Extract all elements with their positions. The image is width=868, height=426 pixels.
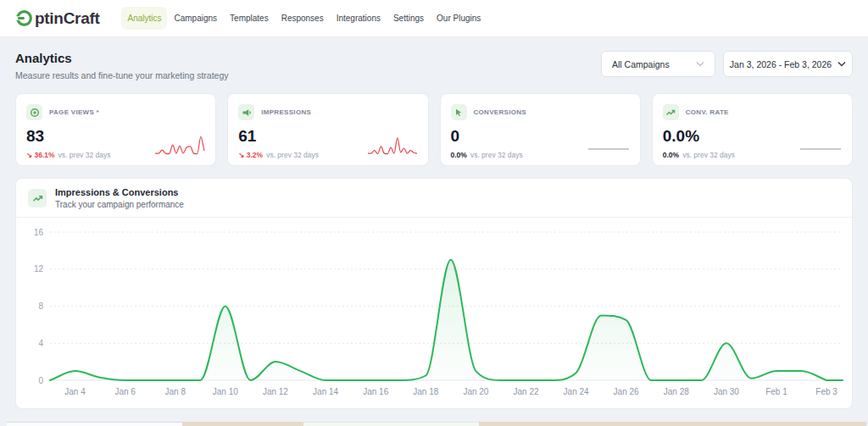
nav-item-templates[interactable]: Templates — [224, 7, 275, 30]
top-nav-bar: ptinCraft Analytics Campaigns Templates … — [0, 0, 868, 37]
sparkline-conv-rate — [717, 126, 843, 157]
page-title: Analytics — [15, 51, 229, 65]
svg-text:Jan 24: Jan 24 — [564, 387, 589, 396]
chevron-down-icon — [696, 61, 704, 67]
brand-logo-icon — [15, 9, 33, 27]
stat-card-conversions: CONVERSIONS 0 0.0% vs. prev 32 days — [440, 93, 641, 166]
stat-card-conv-rate: CONV. RATE 0.0% 0.0% vs. prev 32 days — [652, 93, 853, 166]
campaign-select[interactable]: All Campaigns — [601, 51, 715, 77]
stat-compare: vs. prev 32 days — [58, 151, 111, 159]
svg-text:Feb 3: Feb 3 — [815, 387, 837, 396]
brand-logo[interactable]: ptinCraft — [15, 9, 99, 28]
sparkline-impressions — [366, 131, 419, 157]
svg-text:8: 8 — [38, 302, 43, 311]
svg-text:Feb 1: Feb 1 — [765, 387, 787, 396]
svg-text:Jan 16: Jan 16 — [363, 387, 388, 396]
impressions-icon — [238, 104, 254, 120]
stat-change: ↘ 36.1% — [26, 151, 55, 159]
area-chart[interactable]: 0481216Jan 4Jan 6Jan 8Jan 10Jan 12Jan 14… — [16, 218, 852, 405]
nav-item-responses[interactable]: Responses — [275, 7, 330, 30]
svg-text:12: 12 — [34, 264, 44, 274]
stat-card-page-views: PAGE VIEWS * 83 ↘ 36.1% vs. prev 32 days — [15, 93, 216, 166]
nav-item-settings[interactable]: Settings — [387, 7, 430, 30]
cutoff-card-3 — [303, 422, 479, 426]
stat-card-impressions: IMPRESSIONS 61 ↘ 3.2% vs. prev 32 days — [227, 93, 428, 166]
nav-item-our-plugins[interactable]: Our Plugins — [431, 7, 487, 30]
svg-text:Jan 28: Jan 28 — [664, 387, 689, 396]
svg-text:Jan 26: Jan 26 — [614, 387, 639, 396]
stat-label: CONVERSIONS — [474, 108, 526, 116]
stat-label: CONV. RATE — [686, 108, 729, 116]
svg-text:Jan 22: Jan 22 — [513, 387, 538, 396]
campaign-select-value: All Campaigns — [612, 59, 670, 69]
svg-text:Jan 10: Jan 10 — [213, 387, 238, 396]
svg-text:Jan 12: Jan 12 — [263, 387, 288, 396]
svg-text:16: 16 — [34, 228, 44, 237]
svg-text:Jan 4: Jan 4 — [64, 387, 86, 396]
date-range-picker[interactable]: Jan 3, 2026 - Feb 3, 2026 — [723, 51, 853, 77]
analytics-page: Analytics Measure results and fine-tune … — [0, 51, 868, 409]
svg-text:4: 4 — [38, 339, 43, 348]
chevron-down-icon — [837, 61, 846, 67]
sparkline-page-views — [153, 131, 206, 157]
brand-name: ptinCraft — [35, 9, 99, 28]
svg-text:0: 0 — [38, 376, 43, 385]
stat-change: ↘ 3.2% — [238, 151, 263, 159]
chart-subtitle: Track your campaign performance — [55, 200, 184, 209]
impressions-conversions-panel: Impressions & Conversions Track your cam… — [15, 178, 853, 409]
cutoff-card-2 — [182, 422, 303, 426]
stat-label: IMPRESSIONS — [261, 108, 311, 116]
chart-title: Impressions & Conversions — [55, 187, 184, 197]
cutoff-card-4 — [479, 422, 866, 426]
svg-text:Jan 14: Jan 14 — [313, 387, 338, 396]
svg-text:Jan 8: Jan 8 — [165, 387, 186, 396]
stat-change: 0.0% — [663, 151, 679, 159]
trending-up-icon — [663, 104, 679, 120]
main-nav: Analytics Campaigns Templates Responses … — [121, 7, 487, 30]
nav-item-integrations[interactable]: Integrations — [331, 7, 387, 30]
svg-text:Jan 18: Jan 18 — [413, 387, 438, 396]
trend-chart-icon — [28, 189, 47, 207]
date-range-value: Jan 3, 2026 - Feb 3, 2026 — [730, 59, 832, 69]
eye-icon — [26, 104, 42, 120]
nav-item-analytics[interactable]: Analytics — [121, 7, 167, 30]
svg-text:Jan 30: Jan 30 — [714, 387, 739, 396]
nav-item-campaigns[interactable]: Campaigns — [168, 7, 223, 30]
stat-label: PAGE VIEWS * — [49, 108, 99, 116]
stat-change: 0.0% — [451, 151, 467, 159]
svg-text:Jan 20: Jan 20 — [463, 387, 488, 396]
cutoff-card-1 — [7, 422, 182, 426]
stat-compare: vs. prev 32 days — [266, 151, 319, 159]
sparkline-conversions — [505, 126, 631, 157]
stat-cards-row: PAGE VIEWS * 83 ↘ 36.1% vs. prev 32 days… — [15, 93, 853, 166]
cursor-click-icon — [451, 104, 467, 120]
svg-text:Jan 6: Jan 6 — [114, 387, 136, 396]
page-subtitle: Measure results and fine-tune your marke… — [15, 70, 229, 80]
